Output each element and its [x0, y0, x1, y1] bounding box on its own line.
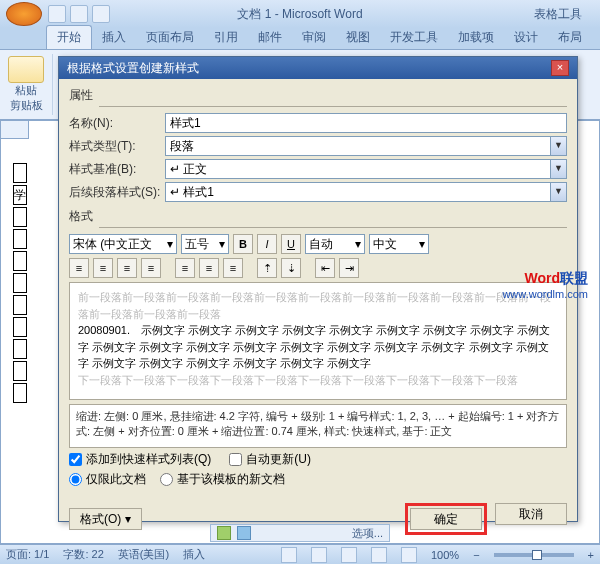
view-web[interactable] [341, 547, 357, 563]
office-button[interactable] [6, 2, 42, 26]
zoom-out-button[interactable]: − [473, 549, 479, 561]
align-center-button[interactable]: ≡ [93, 258, 113, 278]
page-status[interactable]: 页面: 1/1 [6, 547, 49, 562]
status-bar: 页面: 1/1 字数: 22 英语(美国) 插入 100% − + [0, 544, 600, 564]
contextual-tab-label: 表格工具 [534, 6, 582, 23]
dialog-title: 根据格式设置创建新样式 [67, 60, 199, 77]
tab-developer[interactable]: 开发工具 [380, 26, 448, 49]
following-select[interactable]: ↵ 样式1 ▼ [165, 182, 567, 202]
chevron-down-icon: ▾ [419, 237, 425, 251]
ruler-corner [1, 121, 29, 139]
close-icon[interactable]: × [551, 60, 569, 76]
watermark: Word联盟 www.wordlm.com [502, 270, 588, 300]
following-label: 后续段落样式(S): [69, 184, 165, 201]
tab-view[interactable]: 视图 [336, 26, 380, 49]
section-properties: 属性 [69, 87, 567, 104]
view-draft[interactable] [401, 547, 417, 563]
only-doc-radio[interactable] [69, 473, 82, 486]
basedon-label: 样式基准(B): [69, 161, 165, 178]
chevron-down-icon: ▾ [167, 237, 173, 251]
view-print-layout[interactable] [281, 547, 297, 563]
window-title: 文档 1 - Microsoft Word [237, 6, 362, 23]
style-options-bar[interactable]: 选项... [210, 524, 390, 542]
qat-undo[interactable] [70, 5, 88, 23]
type-select[interactable]: 段落 ▼ [165, 136, 567, 156]
add-quickstyle-checkbox[interactable] [69, 453, 82, 466]
ribbon-tabs: 开始 插入 页面布局 引用 邮件 审阅 视图 开发工具 加载项 设计 布局 [0, 28, 600, 50]
tab-insert[interactable]: 插入 [92, 26, 136, 49]
tab-tablelayout[interactable]: 布局 [548, 26, 592, 49]
qat-save[interactable] [48, 5, 66, 23]
align-right-button[interactable]: ≡ [117, 258, 137, 278]
name-label: 名称(N): [69, 115, 165, 132]
options-link[interactable]: 选项... [352, 526, 383, 541]
zoom-in-button[interactable]: + [588, 549, 594, 561]
type-label: 样式类型(T): [69, 138, 165, 155]
type-value: 段落 [170, 138, 194, 155]
preview-sample: 20080901. 示例文字 示例文字 示例文字 示例文字 示例文字 示例文字 … [78, 322, 558, 372]
indent-dec-button[interactable]: ⇤ [315, 258, 335, 278]
table-preview: 学 [11, 161, 29, 405]
cancel-button[interactable]: 取消 [495, 503, 567, 525]
template-label: 基于该模板的新文档 [177, 471, 285, 488]
tab-design[interactable]: 设计 [504, 26, 548, 49]
style-icon [237, 526, 251, 540]
align-left-button[interactable]: ≡ [69, 258, 89, 278]
indent-inc-button[interactable]: ⇥ [339, 258, 359, 278]
linespacing-2-button[interactable]: ≡ [223, 258, 243, 278]
font-name-select[interactable]: 宋体 (中文正文▾ [69, 234, 177, 254]
language-status[interactable]: 英语(美国) [118, 547, 169, 562]
auto-update-checkbox[interactable] [229, 453, 242, 466]
color-select[interactable]: 自动▾ [305, 234, 365, 254]
style-icon [217, 526, 231, 540]
paste-label: 粘贴 [8, 83, 44, 98]
highlight-box: 确定 [405, 503, 487, 535]
qat-redo[interactable] [92, 5, 110, 23]
paste-button[interactable] [8, 56, 44, 83]
tab-review[interactable]: 审阅 [292, 26, 336, 49]
tab-references[interactable]: 引用 [204, 26, 248, 49]
chevron-down-icon: ▾ [125, 512, 131, 526]
zoom-thumb[interactable] [532, 550, 542, 560]
basedon-select[interactable]: ↵ 正文 ▼ [165, 159, 567, 179]
description-box: 缩进: 左侧: 0 厘米, 悬挂缩进: 4.2 字符, 编号 + 级别: 1 +… [69, 404, 567, 448]
tab-home[interactable]: 开始 [46, 25, 92, 49]
spacing-before-dec[interactable]: ⇣ [281, 258, 301, 278]
chevron-down-icon: ▾ [219, 237, 225, 251]
font-size-select[interactable]: 五号▾ [181, 234, 229, 254]
template-radio[interactable] [160, 473, 173, 486]
chevron-down-icon: ▼ [550, 160, 566, 178]
word-count[interactable]: 字数: 22 [63, 547, 103, 562]
section-format: 格式 [69, 208, 567, 225]
view-reading[interactable] [311, 547, 327, 563]
preview-before: 前一段落前一段落前一段落前一段落前一段落前一段落前一段落前一段落前一段落前一段落… [78, 289, 558, 322]
bold-button[interactable]: B [233, 234, 253, 254]
italic-button[interactable]: I [257, 234, 277, 254]
linespacing-15-button[interactable]: ≡ [199, 258, 219, 278]
auto-update-label: 自动更新(U) [246, 451, 311, 468]
preview-after: 下一段落下一段落下一段落下一段落下一段落下一段落下一段落下一段落下一段落下一段落 [78, 372, 558, 389]
create-style-dialog: 根据格式设置创建新样式 × 属性 名称(N): 样式类型(T): 段落 ▼ 样式… [58, 56, 578, 522]
align-justify-button[interactable]: ≡ [141, 258, 161, 278]
name-input[interactable] [165, 113, 567, 133]
clipboard-label: 剪贴板 [8, 98, 44, 113]
zoom-level[interactable]: 100% [431, 549, 459, 561]
add-quickstyle-label: 添加到快速样式列表(Q) [86, 451, 211, 468]
zoom-slider[interactable] [494, 553, 574, 557]
ok-button[interactable]: 确定 [410, 508, 482, 530]
basedon-value: ↵ 正文 [170, 161, 207, 178]
only-doc-label: 仅限此文档 [86, 471, 146, 488]
preview-box: 前一段落前一段落前一段落前一段落前一段落前一段落前一段落前一段落前一段落前一段落… [69, 282, 567, 400]
tab-layout[interactable]: 页面布局 [136, 26, 204, 49]
spacing-before-inc[interactable]: ⇡ [257, 258, 277, 278]
insert-mode[interactable]: 插入 [183, 547, 205, 562]
tab-addins[interactable]: 加载项 [448, 26, 504, 49]
chevron-down-icon: ▾ [355, 237, 361, 251]
format-dropdown-button[interactable]: 格式(O)▾ [69, 508, 142, 530]
tab-mailings[interactable]: 邮件 [248, 26, 292, 49]
lang-select[interactable]: 中文▾ [369, 234, 429, 254]
underline-button[interactable]: U [281, 234, 301, 254]
view-outline[interactable] [371, 547, 387, 563]
chevron-down-icon: ▼ [550, 183, 566, 201]
linespacing-1-button[interactable]: ≡ [175, 258, 195, 278]
